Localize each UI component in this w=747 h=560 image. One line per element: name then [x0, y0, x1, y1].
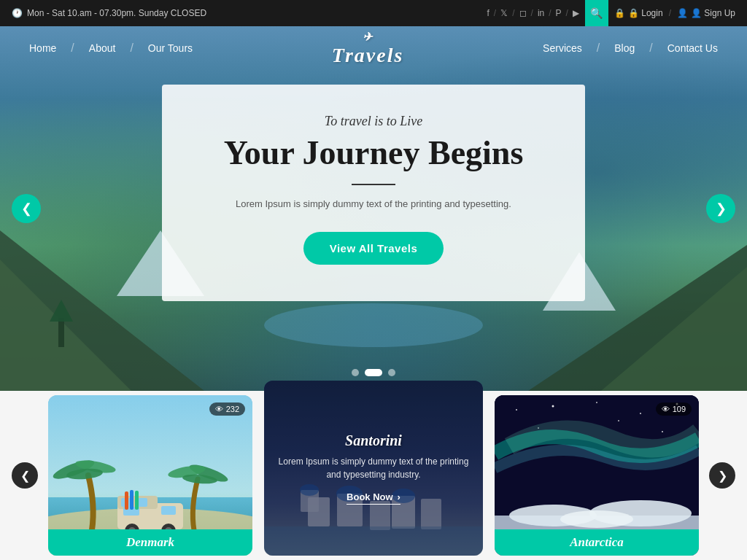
top-bar: 🕐 Mon - Sat 10.am - 07.30pm. Sunday CLOS…: [0, 0, 747, 26]
sep: /: [494, 8, 496, 18]
lake-reflection: [264, 303, 483, 347]
hero-subtitle: To travel is to Live: [198, 114, 549, 129]
sep: /: [549, 8, 551, 18]
facebook-icon[interactable]: f: [487, 8, 489, 18]
hours-text: Mon - Sat 10.am - 07.30pm. Sunday CLOSED: [27, 8, 206, 18]
santorini-content: Santorini Lorem Ipsum is simply dummy te…: [264, 381, 483, 556]
sep: /: [531, 8, 533, 18]
svg-rect-19: [125, 491, 128, 510]
top-bar-hours: 🕐 Mon - Sat 10.am - 07.30pm. Sunday CLOS…: [12, 8, 206, 18]
antarctica-views-count: 109: [673, 405, 686, 413]
view-all-travels-button[interactable]: View All Travels: [303, 232, 444, 265]
santorini-title: Santorini: [345, 432, 402, 449]
denmark-name: Denmark: [126, 535, 174, 549]
hero-section: Home / About / Our Tours ✈ Travels Servi…: [0, 26, 747, 391]
sep: /: [512, 8, 514, 18]
hero-description: Lorem Ipsum is simply dummy text of the …: [198, 197, 549, 212]
signup-link[interactable]: 👤 👤 Sign Up: [677, 8, 735, 18]
cards-next-button[interactable]: ❯: [709, 462, 735, 489]
nav-sep-4: /: [649, 42, 652, 55]
svg-point-45: [560, 510, 633, 528]
brand-name: Travels: [332, 44, 404, 67]
linkedin-icon[interactable]: in: [538, 8, 544, 18]
lock-icon: 🔒: [614, 8, 625, 18]
auth-links: 🔒 🔒 Login / 👤 👤 Sign Up: [614, 8, 735, 18]
nav-contact[interactable]: Contact Us: [667, 42, 718, 54]
antarctica-views-badge: 👁 109: [656, 402, 692, 416]
nav-our-tours[interactable]: Our Tours: [148, 42, 193, 54]
book-now-label: Book Now: [347, 491, 393, 502]
login-text: 🔒 Login: [628, 8, 663, 18]
card-santorini: Santorini Lorem Ipsum is simply dummy te…: [264, 381, 483, 556]
carousel-next-button[interactable]: ❯: [706, 194, 735, 223]
nav-left: Home / About / Our Tours: [29, 42, 193, 55]
twitter-icon[interactable]: 𝕏: [500, 8, 508, 18]
dot-2[interactable]: [365, 369, 382, 376]
mountain-right-2: [601, 267, 747, 391]
svg-point-36: [596, 402, 597, 403]
denmark-views-count: 232: [226, 405, 239, 413]
brand-icon: ✈: [363, 30, 374, 44]
hero-content-box: To travel is to Live Your Journey Begins…: [162, 85, 585, 301]
dot-3[interactable]: [388, 369, 395, 376]
nav-home[interactable]: Home: [29, 42, 56, 54]
auth-sep: /: [669, 8, 671, 18]
svg-point-41: [662, 431, 663, 432]
user-icon: 👤: [677, 8, 688, 18]
chevron-left-icon: ❮: [20, 469, 30, 483]
dot-1[interactable]: [352, 369, 359, 376]
sep: /: [566, 8, 568, 18]
tree-top: [50, 300, 73, 322]
cards-section: ❮: [0, 391, 747, 560]
denmark-views-badge: 👁 232: [209, 402, 245, 416]
mountain-left-2: [0, 260, 131, 391]
card-denmark: 👁 232 Denmark: [48, 395, 252, 556]
denmark-label: Denmark: [48, 529, 252, 556]
nav-about[interactable]: About: [89, 42, 116, 54]
youtube-icon[interactable]: ▶: [573, 8, 579, 18]
nav-sep: /: [71, 42, 74, 55]
signup-text: 👤 Sign Up: [691, 8, 735, 18]
carousel-prev-button[interactable]: ❮: [12, 194, 41, 223]
antarctica-name: Antarctica: [570, 535, 624, 549]
santorini-book-button[interactable]: Book Now ›: [347, 491, 400, 505]
chevron-left-icon: ❮: [21, 201, 32, 217]
eye-icon: 👁: [662, 405, 670, 413]
svg-point-34: [516, 409, 517, 411]
nav-right: Services / Blog / Contact Us: [543, 42, 718, 55]
svg-point-40: [618, 420, 619, 421]
santorini-description: Lorem Ipsum is simply dummy text of the …: [276, 455, 471, 481]
svg-rect-13: [161, 506, 176, 515]
hero-title: Your Journey Begins: [198, 135, 549, 172]
nav-sep-2: /: [130, 42, 133, 55]
nav-services[interactable]: Services: [543, 42, 582, 54]
nav-blog[interactable]: Blog: [614, 42, 635, 54]
chevron-right-icon: ❯: [718, 469, 727, 483]
social-links: f / 𝕏 / ◻ / in / P / ▶: [487, 8, 579, 18]
cards-prev-button[interactable]: ❮: [12, 462, 38, 489]
svg-rect-21: [135, 491, 139, 510]
carousel-dots: [352, 369, 395, 376]
hero-divider: [352, 184, 395, 185]
main-nav: Home / About / Our Tours ✈ Travels Servi…: [0, 26, 747, 70]
brand-line: Travels: [323, 44, 413, 67]
clock-icon: 🕐: [12, 8, 23, 18]
svg-rect-20: [130, 490, 133, 510]
eye-icon: 👁: [215, 405, 223, 413]
tree-trunk: [58, 318, 64, 347]
search-button[interactable]: 🔍: [585, 0, 608, 26]
nav-brand[interactable]: ✈ Travels: [323, 30, 413, 67]
antarctica-label: Antarctica: [495, 529, 699, 556]
top-bar-actions: f / 𝕏 / ◻ / in / P / ▶ 🔍 🔒 🔒 Login / 👤 👤…: [487, 0, 736, 26]
pinterest-icon[interactable]: P: [556, 8, 562, 18]
svg-point-37: [640, 413, 641, 414]
arrow-right-icon: ›: [398, 491, 400, 502]
svg-point-35: [552, 405, 554, 408]
instagram-icon[interactable]: ◻: [519, 8, 527, 18]
nav-sep-3: /: [597, 42, 600, 55]
chevron-right-icon: ❯: [716, 201, 727, 217]
card-antarctica: 👁 109 Antarctica: [495, 395, 699, 556]
login-link[interactable]: 🔒 🔒 Login: [614, 8, 663, 18]
